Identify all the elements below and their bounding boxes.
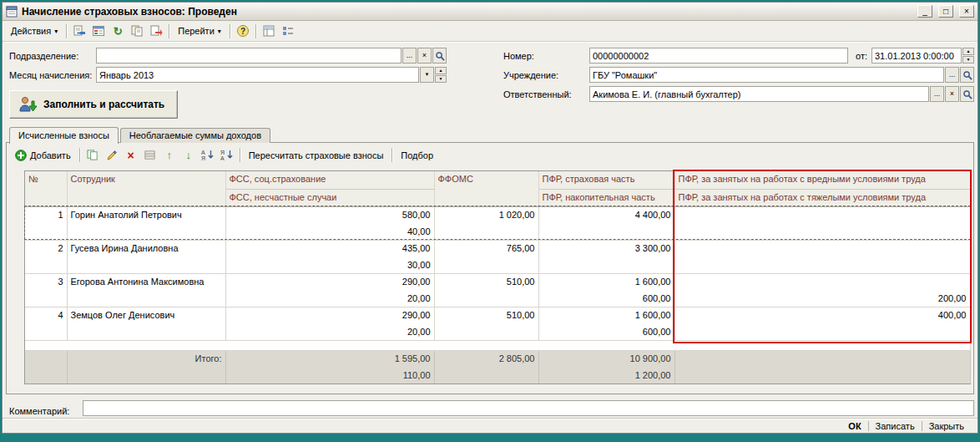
tab-calculated-contributions[interactable]: Исчисленные взносы — [9, 127, 119, 144]
department-clear-button[interactable]: × — [417, 48, 432, 64]
tab-nontaxable-income[interactable]: Необлагаемые суммы доходов — [120, 128, 270, 143]
close-button[interactable]: × — [959, 5, 974, 18]
date-spin-down-icon[interactable]: ▼ — [962, 56, 974, 64]
actions-menu-button[interactable]: Действия ▾ — [6, 23, 63, 39]
copy-icon[interactable] — [128, 23, 146, 39]
month-label: Месяц начисления: — [9, 67, 92, 83]
month-spin-up-icon[interactable]: ▲ — [435, 67, 447, 74]
svg-text:?: ? — [240, 27, 245, 36]
fill-and-calculate-button[interactable]: Заполнить и рассчитать — [9, 90, 178, 119]
form-settings-icon[interactable] — [279, 23, 297, 39]
comment-input[interactable] — [83, 401, 973, 415]
number-input[interactable] — [590, 48, 847, 63]
institution-input[interactable] — [590, 68, 943, 82]
edit-row-icon[interactable] — [103, 147, 121, 164]
document-icon — [6, 6, 18, 18]
svg-text:Я: Я — [220, 150, 225, 155]
goto-menu-button[interactable]: Перейти ▾ — [173, 23, 226, 39]
month-input[interactable] — [97, 68, 418, 82]
department-input[interactable] — [97, 48, 401, 63]
month-field: ▼ ▲ ▼ — [96, 67, 447, 83]
column-header-pfr-harmful[interactable]: ПФР, за занятых на работах с вредными ус… — [674, 171, 970, 189]
responsible-clear-button[interactable]: × — [945, 86, 959, 102]
table-filler — [25, 340, 970, 350]
post-document-icon[interactable] — [70, 23, 88, 39]
month-spin-down-icon[interactable]: ▼ — [435, 75, 447, 83]
date-field: ▲ ▼ — [871, 48, 974, 64]
pick-button[interactable]: Подбор — [396, 147, 438, 164]
close-form-button[interactable]: Закрыть — [922, 421, 971, 431]
toolbar-separator — [230, 24, 230, 38]
column-header-pfr-insurance[interactable]: ПФР, страховая часть — [538, 171, 674, 189]
dropdown-arrow-icon: ▾ — [54, 28, 58, 35]
number-field — [589, 48, 848, 64]
date-input[interactable] — [872, 48, 962, 63]
save-button[interactable]: Записать — [869, 421, 922, 431]
date-spinner: ▲ ▼ — [962, 48, 974, 64]
status-bar: ОК Записать Закрыть — [3, 418, 977, 433]
department-label: Подразделение: — [9, 48, 78, 64]
department-select-button[interactable]: ... — [402, 48, 417, 64]
column-header-employee[interactable]: Сотрудник — [67, 171, 225, 206]
minimize-button[interactable]: _ — [917, 5, 932, 18]
number-label: Номер: — [503, 48, 534, 64]
move-up-icon[interactable]: ↑ — [160, 147, 179, 164]
responsible-select-button[interactable]: ... — [930, 86, 944, 102]
responsible-input[interactable] — [590, 87, 928, 101]
move-down-icon[interactable]: ↓ — [179, 147, 198, 164]
svg-text:А: А — [201, 150, 205, 155]
responsible-label: Ответственный: — [503, 86, 572, 102]
refresh-icon[interactable]: ↻ — [109, 23, 127, 39]
column-header-fss-social[interactable]: ФСС, соц.страхование — [225, 171, 434, 189]
institution-select-button[interactable]: ... — [945, 67, 959, 83]
department-field: ... × — [96, 48, 447, 64]
document-window: Начисление страховых взносов: Проведен _… — [2, 2, 978, 434]
sort-ascending-icon[interactable]: АЯ — [199, 147, 217, 164]
title-bar[interactable]: Начисление страховых взносов: Проведен _… — [3, 3, 977, 21]
maximize-button[interactable]: □ — [938, 5, 953, 18]
toolbar-separator — [169, 24, 169, 38]
ok-button[interactable]: ОК — [841, 421, 867, 431]
column-header-ffoms[interactable]: ФФОМС — [434, 171, 538, 206]
date-spin-up-icon[interactable]: ▲ — [962, 48, 974, 55]
table-row[interactable]: 2 Гусева Ирина Даниловна 435,00 765,00 3… — [25, 240, 970, 257]
svg-text:Я: Я — [201, 155, 205, 161]
sort-descending-icon[interactable]: ЯА — [218, 147, 236, 164]
recalculate-button[interactable]: Пересчитать страховые взносы — [244, 147, 389, 164]
toolbar-separator — [255, 24, 256, 38]
copy-row-icon[interactable] — [83, 147, 102, 164]
table-row[interactable]: 3 Егорова Антонина Максимовна 290,00 510… — [25, 273, 970, 290]
table-row[interactable]: 1 Горин Анатолий Петрович 580,00 1 020,0… — [25, 206, 970, 223]
toolbar-separator — [66, 24, 67, 38]
date-label: от: — [856, 48, 867, 64]
window-title: Начисление страховых взносов: Проведен — [22, 6, 912, 18]
table-toolbar: Добавить × ↑ ↓ АЯ — [10, 145, 970, 165]
reread-icon[interactable] — [147, 23, 165, 39]
reorder-icon[interactable] — [141, 147, 159, 164]
document-movements-icon[interactable] — [89, 23, 108, 39]
column-header-pfr-heavy[interactable]: ПФР, за занятых на работах с тяжелыми ус… — [674, 189, 970, 206]
help-icon[interactable]: ? — [234, 23, 252, 39]
table-row[interactable]: 4 Земцов Олег Денисович 290,00 510,00 1 … — [25, 307, 970, 323]
month-spinner: ▲ ▼ — [435, 67, 447, 83]
add-row-button[interactable]: Добавить — [10, 147, 76, 164]
responsible-open-button[interactable] — [960, 86, 974, 102]
column-header-fss-accidents[interactable]: ФСС, несчастные случаи — [225, 189, 434, 206]
column-header-num[interactable]: № — [25, 171, 67, 206]
main-toolbar: Действия ▾ ↻ Перейти ▾ ? — [3, 21, 977, 42]
column-header-pfr-funded[interactable]: ПФР, накопительная часть — [538, 189, 674, 206]
delete-row-icon[interactable]: × — [122, 147, 140, 164]
dropdown-arrow-icon: ▾ — [218, 28, 221, 35]
totals-row: 110,00 1 200,00 — [25, 367, 970, 384]
tab-panel: Добавить × ↑ ↓ АЯ — [6, 142, 974, 394]
add-icon — [15, 150, 27, 161]
toolbar-separator — [79, 148, 80, 162]
list-settings-icon[interactable] — [260, 23, 278, 39]
fill-person-icon — [18, 94, 38, 114]
institution-open-button[interactable] — [960, 67, 974, 83]
department-open-button[interactable] — [432, 48, 447, 64]
tab-strip: Исчисленные взносы Необлагаемые суммы до… — [9, 127, 272, 143]
contributions-table: № Сотрудник ФСС, соц.страхование ФФОМС П… — [24, 170, 971, 384]
svg-text:А: А — [220, 155, 225, 161]
month-dropdown-button[interactable]: ▼ — [420, 67, 434, 83]
